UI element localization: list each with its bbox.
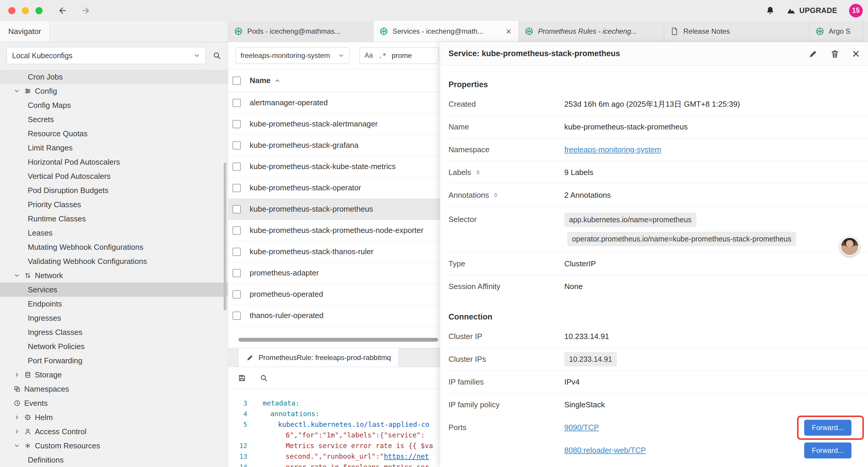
sidebar-item-label: Vertical Pod Autoscalers <box>28 172 111 181</box>
row-checkbox[interactable] <box>232 184 241 192</box>
chevron-down-icon[interactable] <box>13 272 24 279</box>
tab-pods-icecheng-mathmas[interactable]: Pods - icecheng@mathmas... <box>228 21 373 42</box>
sidebar-item-definitions[interactable]: Definitions <box>0 453 228 467</box>
sidebar-item-validating-webhook-configurations[interactable]: Validating Webhook Configurations <box>0 254 228 268</box>
sort-ascending-icon[interactable] <box>274 78 281 84</box>
tab-close-icon[interactable]: × <box>505 27 513 36</box>
row-checkbox[interactable] <box>232 99 241 107</box>
row-checkbox[interactable] <box>232 205 241 213</box>
sidebar-item-ingress-classes[interactable]: Ingress Classes <box>0 325 228 339</box>
service-name: kube-prometheus-stack-kube-state-metrics <box>250 162 396 171</box>
namespace-selector[interactable]: freeleaps-monitoring-system <box>236 47 349 64</box>
port-line: 9090/TCPForward... <box>564 416 860 439</box>
sidebar-item-network-policies[interactable]: Network Policies <box>0 339 228 353</box>
property-value: 253d 16h 6m ago (2025年1月13日 GMT+8 1:25:3… <box>564 99 860 109</box>
forward-button[interactable]: Forward... <box>804 442 851 459</box>
sidebar-item-secrets[interactable]: Secrets <box>0 112 228 126</box>
namespace-link[interactable]: freeleaps-monitoring-system <box>564 145 661 154</box>
sidebar-item-storage[interactable]: Storage <box>0 368 228 382</box>
sidebar-item-label: Runtime Classes <box>28 214 86 224</box>
row-checkbox[interactable] <box>232 248 241 256</box>
sidebar-item-namespaces[interactable]: Namespaces <box>0 382 228 396</box>
sidebar-item-events[interactable]: Events <box>0 396 228 410</box>
sidebar-item-network[interactable]: Network <box>0 268 228 283</box>
expand-collapse-icon[interactable] <box>475 169 481 176</box>
editor-search-icon[interactable] <box>260 374 268 382</box>
table-horizontal-scrollbar[interactable] <box>239 338 438 342</box>
regex-toggle[interactable]: .* <box>378 52 386 59</box>
sidebar-item-label: Config Maps <box>28 101 71 110</box>
tab-argo-s[interactable]: Argo S <box>809 21 863 42</box>
expand-collapse-icon[interactable] <box>493 192 499 198</box>
sidebar-item-custom-resources[interactable]: Custom Resources <box>0 439 228 453</box>
traffic-lights <box>8 7 42 14</box>
zoom-window-button[interactable] <box>35 7 42 14</box>
sidebar-item-resource-quotas[interactable]: Resource Quotas <box>0 126 228 141</box>
row-checkbox[interactable] <box>232 226 241 235</box>
drawer-section-properties: PropertiesCreated253d 16h 6m ago (2025年1… <box>448 76 868 298</box>
sidebar-item-label: Network Policies <box>28 342 85 351</box>
sidebar-item-runtime-classes[interactable]: Runtime Classes <box>0 212 228 226</box>
sidebar-item-cron-jobs[interactable]: Cron Jobs <box>0 70 228 84</box>
sidebar-item-leases[interactable]: Leases <box>0 226 228 240</box>
row-checkbox[interactable] <box>232 163 241 171</box>
chevron-down-icon[interactable] <box>13 442 24 449</box>
tab-prometheus-rules-icecheng[interactable]: Prometheus Rules - icecheng... <box>519 21 664 42</box>
kubeconfig-selector[interactable]: Local Kubeconfigs <box>6 47 206 64</box>
name-column-header[interactable]: Name <box>250 76 271 85</box>
user-avatar[interactable] <box>840 237 859 256</box>
forward-arrow-icon[interactable] <box>81 6 90 16</box>
sidebar-item-endpoints[interactable]: Endpoints <box>0 297 228 311</box>
sidebar-search-icon[interactable] <box>212 51 221 60</box>
sidebar-item-vertical-pod-autoscalers[interactable]: Vertical Pod Autoscalers <box>0 169 228 183</box>
port-link[interactable]: 9090/TCP <box>564 423 599 432</box>
sidebar-item-config[interactable]: Config <box>0 84 228 98</box>
sidebar-item-horizontal-pod-autoscalers[interactable]: Horizontal Pod Autoscalers <box>0 155 228 169</box>
dock-tab-prometheusrule[interactable]: PrometheusRule: freeleaps-prod-rabbitmq <box>238 348 399 367</box>
chevron-down-icon <box>338 52 344 59</box>
edit-pencil-icon[interactable] <box>808 49 818 59</box>
sidebar-item-pod-disruption-budgets[interactable]: Pod Disruption Budgets <box>0 183 228 198</box>
sidebar-item-services[interactable]: Services <box>0 283 228 297</box>
sidebar-item-label: Resource Quotas <box>28 129 88 138</box>
back-arrow-icon[interactable] <box>58 6 67 16</box>
sidebar-item-config-maps[interactable]: Config Maps <box>0 98 228 112</box>
notifications-bell-icon[interactable] <box>766 6 775 16</box>
close-icon[interactable]: × <box>852 47 860 60</box>
row-checkbox[interactable] <box>232 120 241 128</box>
tab-services-icecheng-math[interactable]: Services - icecheng@math...× <box>373 21 519 42</box>
close-window-button[interactable] <box>8 7 16 14</box>
chevron-right-icon[interactable] <box>13 414 24 420</box>
row-checkbox[interactable] <box>232 312 241 320</box>
sidebar-item-limit-ranges[interactable]: Limit Ranges <box>0 141 228 155</box>
sidebar-item-label: Config <box>35 87 57 96</box>
chevron-right-icon[interactable] <box>13 372 24 378</box>
sidebar-item-access-control[interactable]: Access Control <box>0 425 228 439</box>
sidebar-item-label: Storage <box>35 370 62 380</box>
chevron-down-icon[interactable] <box>13 88 24 94</box>
tab-release-notes[interactable]: Release Notes <box>664 21 809 42</box>
port-link[interactable]: 8080:reloader-web/TCP <box>564 446 646 455</box>
forward-button[interactable]: Forward... <box>804 420 851 436</box>
sidebar-item-ingresses[interactable]: Ingresses <box>0 311 228 325</box>
sidebar-item-port-forwarding[interactable]: Port Forwarding <box>0 353 228 368</box>
minimize-window-button[interactable] <box>22 7 29 14</box>
chevron-right-icon[interactable] <box>13 428 24 435</box>
search-input[interactable] <box>392 52 427 60</box>
sidebar-item-priority-classes[interactable]: Priority Classes <box>0 198 228 212</box>
row-checkbox[interactable] <box>232 141 241 150</box>
delete-trash-icon[interactable] <box>830 49 840 59</box>
save-icon[interactable] <box>238 374 246 382</box>
sidebar-scrollbar[interactable] <box>224 163 226 310</box>
navigator-tab[interactable]: Navigator <box>0 21 50 42</box>
row-checkbox[interactable] <box>232 269 241 277</box>
sidebar-item-helm[interactable]: Helm <box>0 410 228 425</box>
sidebar-item-mutating-webhook-configurations[interactable]: Mutating Webhook Configurations <box>0 240 228 254</box>
port-line: 8080:reloader-web/TCPForward... <box>564 439 860 462</box>
row-checkbox[interactable] <box>232 290 241 298</box>
notification-count-badge[interactable]: 15 <box>849 4 863 18</box>
select-all-checkbox[interactable] <box>232 77 241 85</box>
property-row-labels: Labels9 Labels <box>448 161 868 184</box>
upgrade-button[interactable]: UPGRADE <box>787 6 837 15</box>
match-case-toggle[interactable]: Aa <box>365 52 373 59</box>
